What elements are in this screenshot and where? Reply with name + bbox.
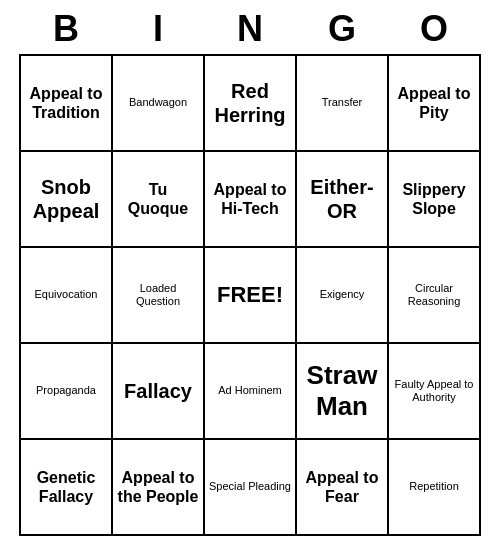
bingo-cell-18: Straw Man [297,344,389,440]
letter-n: N [204,8,296,50]
bingo-cell-4: Appeal to Pity [389,56,481,152]
bingo-cell-17: Ad Hominem [205,344,297,440]
bingo-cell-5: Snob Appeal [21,152,113,248]
bingo-cell-7: Appeal to Hi-Tech [205,152,297,248]
bingo-cell-9: Slippery Slope [389,152,481,248]
bingo-cell-0: Appeal to Tradition [21,56,113,152]
bingo-cell-1: Bandwagon [113,56,205,152]
bingo-cell-2: Red Herring [205,56,297,152]
bingo-cell-15: Propaganda [21,344,113,440]
bingo-cell-8: Either-OR [297,152,389,248]
bingo-cell-13: Exigency [297,248,389,344]
bingo-title: B I N G O [20,8,480,50]
bingo-cell-14: Circular Reasoning [389,248,481,344]
bingo-cell-11: Loaded Question [113,248,205,344]
letter-b: B [20,8,112,50]
letter-g: G [296,8,388,50]
bingo-cell-6: Tu Quoque [113,152,205,248]
bingo-cell-20: Genetic Fallacy [21,440,113,536]
bingo-cell-23: Appeal to Fear [297,440,389,536]
letter-o: O [388,8,480,50]
bingo-cell-24: Repetition [389,440,481,536]
bingo-grid: Appeal to TraditionBandwagonRed HerringT… [19,54,481,536]
bingo-cell-3: Transfer [297,56,389,152]
letter-i: I [112,8,204,50]
bingo-cell-22: Special Pleading [205,440,297,536]
bingo-cell-10: Equivocation [21,248,113,344]
bingo-cell-19: Faulty Appeal to Authority [389,344,481,440]
bingo-cell-21: Appeal to the People [113,440,205,536]
bingo-cell-16: Fallacy [113,344,205,440]
bingo-cell-12: FREE! [205,248,297,344]
